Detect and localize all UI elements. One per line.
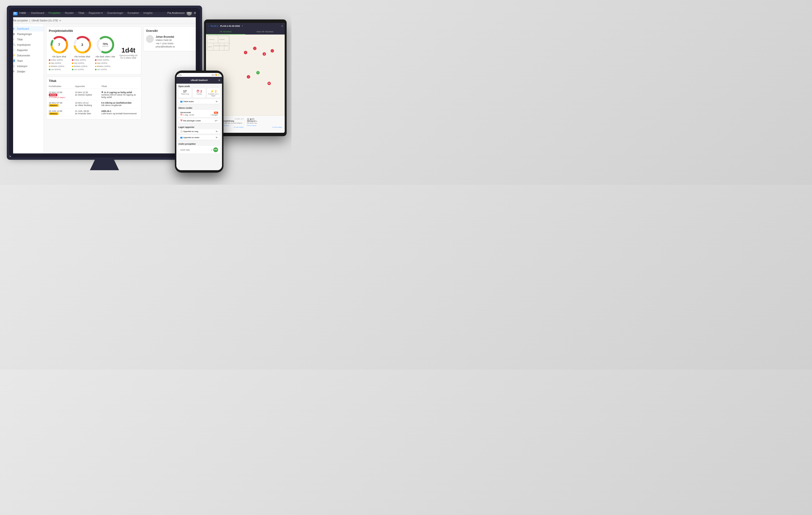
avvik-num-2: ⏱ 2 [194,89,205,93]
person-phone: +46 7 1234 33493 [156,42,175,46]
nav-kontakter[interactable]: Kontakter [125,10,141,15]
strip-card-2-person: Denon Kareso [247,125,282,126]
breadcrumb-edit-icon[interactable]: ✏ [59,19,61,22]
induksjon-icon: ☑ [12,65,16,67]
user-avatar[interactable]: PA [186,10,192,16]
tablet-nav-dropdown[interactable]: ▾ [242,25,243,27]
sidebar: ◉ Dashboard ▦ Plantegninger ✓ Tiltak 🔍 I… [10,24,44,157]
nav-rapporter[interactable]: Rapporter ▾ [87,10,105,16]
stat-circle-3: 70% 122/175 Alle tiltak utført i tide Kr… [95,35,116,71]
svg-text:VAKTROM: VAKTROM [225,46,228,47]
sidebar-item-tiltak[interactable]: ✓ Tiltak [10,37,44,42]
map-pin-1[interactable]: ! [244,51,247,54]
phone-runde-item[interactable]: Vernerunde R1 ⏰ 1 dag, 12:00 i morgen [178,110,220,117]
phone-menu-icon[interactable]: ≡ [219,79,220,82]
phone-project-name: Ullevål Stadion [191,79,206,81]
runde-next: i morgen [211,114,218,116]
row3-task: 4385-26-1 Lukk brann og kontakt brannves… [101,110,139,115]
map-pin-7[interactable]: 12 [267,82,271,85]
phone-andre-item[interactable]: Solrik Gate 2 ••• [178,146,220,154]
legend2-middels: Middels 2(28%) [72,65,87,67]
nav-dashboard[interactable]: Dashboard [29,10,46,15]
sidebar-item-plantegninger[interactable]: ▦ Plantegninger [10,31,44,37]
andre-btn[interactable]: ••• [213,147,218,152]
legend3-middels: Middels 2(28%) [95,65,111,67]
row2-badge: Middels [49,104,59,107]
nav-granskninger[interactable]: Granskninger [105,10,125,15]
phone-signal: ▲▲ 📶 🔋 [211,74,220,76]
dashboard-icon: ◉ [12,27,16,30]
phone-nav[interactable]: Ullevål Stadion ▾ ≡ [176,77,222,84]
legend-1: Kritisk 2(28%) Høy 2(28%) [49,59,69,64]
avvik-box-forfalt[interactable]: ⏱ 2 Forfalt [193,88,206,98]
sidebar-item-induksjon[interactable]: ☑ Induksjon [10,63,44,69]
svg-rect-15 [213,43,219,50]
left-column: Prosjektstatistikk [46,27,141,119]
legend-middels: Middels 2(28%) [49,65,64,67]
runde-sub-row: ⏰ 1 dag, 12:00 i morgen [180,114,218,116]
sidebar-label-rapporter: Rapporter [17,49,28,52]
row3-task-sub: Lukk brann og kontakt brannvesenet [101,112,139,115]
stat-subtitle-3: Alle tiltak utført i tide [95,55,115,58]
sidebar-item-rapporter[interactable]: 📄 Rapporter [10,47,44,53]
row2-task-sub: Må sikres omgående [101,104,139,107]
row1-task-title: ⚑ 11-3 Lagring av farlig avfall [101,91,139,93]
breadcrumb-home[interactable]: Alle prosjekter [12,19,28,22]
col-forfallsdato: Forfallsdato [49,85,73,87]
tab-pa-tegning[interactable]: PÅ TEGNING [206,29,245,34]
strip-card-2[interactable]: 18. ◉ 5-5 Sikring av l... Må sikres omg.… [246,117,283,132]
rapporter-meg-count: 5 › [216,130,218,133]
scene: b Field Dashboard Prosjekter Runder Tilt… [5,5,287,180]
table-row[interactable]: 12 MAJ 12:00 Kritisk ⏱ Forfalt (3 dager)… [49,90,139,100]
phone-runder-title: Ukens runder [176,105,222,110]
tablet-nav-right[interactable]: ≡ [282,25,283,27]
row1-created-date: 10 MAI 12:32 [75,91,99,93]
row2-date: 15 MAJ 07:00 [49,102,73,104]
phone-rapporter-meg[interactable]: 📋 Opprettet av meg 5 › [178,129,220,134]
runde-row: Vernerunde R1 [180,111,218,114]
phone-tildelt-andre[interactable]: 👥 Tildelt andre 5 › [178,99,220,104]
nav-tiltak[interactable]: Tiltak [76,10,86,15]
svg-text:4850: 4850 [230,43,231,45]
legend2-lav: Lav 1(16%) [72,68,84,71]
phone-avvik-title: Åpne avvik [176,84,222,88]
dokumenter-icon: 📁 [12,54,16,57]
sidebar-label-plantegninger: Plantegninger [17,33,32,35]
nav-prosjekter[interactable]: Prosjekter [47,10,63,15]
sidebar-item-dokumenter[interactable]: 📁 Dokumenter [10,53,44,58]
stat-circle-2: 3 Alle forfalte tiltak Kritisk 2(28%) Hø… [72,35,92,71]
nav-runder[interactable]: Runder [63,10,76,15]
svg-text:MOTTAGN ALLE: MOTTAGN ALLE [209,39,214,40]
person-info: Johan Brunedal Infabric Field AB +46 7 1… [156,35,175,49]
nav-icons: ⚙ [194,11,196,15]
avvik-box-forfaller[interactable]: ⚡ 2 Forfaller om 2 dager [207,88,220,98]
avvik-label-3: Forfaller om 2 dager [208,93,219,97]
app-logo: b [12,10,18,15]
strip-card-2-link[interactable]: Vis alle detaljer [247,127,282,128]
avvik-num-3: ⚡ 2 [208,89,219,93]
row2-created-by: av Viktor Broberg [75,104,99,107]
row1-task: ⚑ 11-3 Lagring av farlig avfall Sorteres… [101,91,139,99]
andre-count: 2 [211,149,212,151]
phone-planlagte[interactable]: 📅 Alle planlagte runder 17 › [178,118,220,123]
tab-ikke-pa-tegning[interactable]: IKKE PÅ TEGNING [245,29,285,34]
row3-created-by: av Amanda Sten [75,112,99,115]
avvik-box-tildelt[interactable]: 17 Tildelt meg [178,88,192,98]
inspeksjoner-icon: 🔍 [12,43,16,46]
sidebar-item-dashboard[interactable]: ◉ Dashboard [10,26,44,31]
table-row[interactable]: 23 JUN 13:00 Middels 21 JUN. 09:00 av Am… [49,108,139,117]
sidebar-item-inspeksjoner[interactable]: 🔍 Inspeksjoner [10,42,44,47]
row1-forfalt: ⏱ Forfalt (3 dager) [49,96,73,99]
sidebar-item-detaljer[interactable]: ⚙ Detaljer [10,69,44,74]
rapporter-andre-count: 5 › [216,136,218,139]
sidebar-item-team[interactable]: 👤 Team [10,58,44,63]
sidebar-label-detaljer: Detaljer [17,70,25,73]
row1-badge: Kritisk [49,93,57,96]
nav-insights[interactable]: Insights [141,10,154,15]
phone-rapporter-andre[interactable]: 👥 Opprettet av andre 5 › [178,135,220,140]
map-pin-4[interactable]: ! [270,49,274,53]
runde-badge: R1 [214,112,218,114]
sidebar-label-dashboard: Dashboard [17,27,29,30]
tablet-back-btn[interactable]: ← PLAN 1 [208,25,219,27]
table-row[interactable]: 15 MAJ 07:00 Middels 10 MAJ 15:12 av Vik… [49,100,139,108]
